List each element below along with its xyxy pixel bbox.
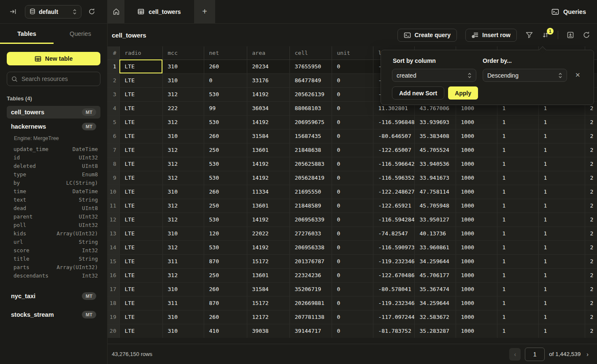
- sidebar-table-nyc_taxi[interactable]: nyc_taxiMT: [7, 290, 100, 302]
- grid-cell[interactable]: 14192: [247, 240, 289, 254]
- grid-cell[interactable]: LTE: [119, 282, 162, 296]
- grid-cell[interactable]: 2: [585, 171, 597, 185]
- grid-cell[interactable]: 312: [162, 268, 204, 282]
- grid-cell[interactable]: 0: [332, 310, 373, 324]
- grid-cell[interactable]: 530: [204, 240, 247, 254]
- grid-cell[interactable]: 0: [332, 213, 373, 226]
- grid-cell[interactable]: 1: [538, 240, 585, 254]
- grid-cell[interactable]: 33176: [247, 73, 289, 87]
- prev-page-button[interactable]: ‹: [509, 348, 521, 361]
- grid-cell[interactable]: LTE: [119, 129, 162, 143]
- grid-cell[interactable]: 1000: [456, 171, 497, 185]
- grid-cell[interactable]: 13601: [247, 143, 289, 157]
- grid-cell[interactable]: 47.758114: [414, 185, 456, 199]
- grid-cell[interactable]: 530: [204, 157, 247, 171]
- grid-cell[interactable]: 530: [204, 87, 247, 101]
- grid-cell[interactable]: 1000: [456, 129, 497, 143]
- grid-cell[interactable]: 312: [162, 199, 204, 213]
- grid-cell[interactable]: -116.596848: [373, 115, 414, 129]
- sidebar-table-hackernews[interactable]: hackernewsMT: [7, 120, 100, 133]
- grid-cell[interactable]: LTE: [119, 59, 162, 73]
- grid-cell[interactable]: 33.939693: [414, 115, 456, 129]
- grid-cell[interactable]: 0: [332, 199, 373, 213]
- grid-cell[interactable]: 2: [585, 115, 597, 129]
- grid-cell[interactable]: 205628419: [289, 171, 332, 185]
- grid-cell[interactable]: 20234: [247, 59, 289, 73]
- grid-cell[interactable]: LTE: [119, 240, 162, 254]
- grid-cell[interactable]: -122.670486: [373, 268, 414, 282]
- grid-cell[interactable]: 0: [332, 282, 373, 296]
- grid-cell[interactable]: 1: [538, 310, 585, 324]
- grid-cell[interactable]: 13601: [247, 199, 289, 213]
- grid-cell[interactable]: 310: [162, 226, 204, 240]
- grid-cell[interactable]: 27276033: [289, 226, 332, 240]
- grid-cell[interactable]: 0: [332, 59, 373, 73]
- grid-cell[interactable]: 1000: [456, 254, 497, 268]
- grid-cell[interactable]: LTE: [119, 310, 162, 324]
- grid-cell[interactable]: 0: [332, 73, 373, 87]
- grid-cell[interactable]: -80.578041: [373, 282, 414, 296]
- grid-cell[interactable]: 260: [204, 185, 247, 199]
- grid-cell[interactable]: LTE: [119, 87, 162, 101]
- grid-cell[interactable]: -81.783752: [373, 324, 414, 338]
- grid-cell[interactable]: 2: [585, 324, 597, 338]
- grid-cell[interactable]: 40.13736: [414, 226, 456, 240]
- grid-cell[interactable]: 260: [204, 310, 247, 324]
- grid-cell[interactable]: 22022: [247, 226, 289, 240]
- remove-sort-icon[interactable]: ✕: [575, 71, 581, 79]
- grid-cell[interactable]: 0: [332, 254, 373, 268]
- grid-cell[interactable]: 1000: [456, 310, 497, 324]
- apply-sort-button[interactable]: Apply: [448, 86, 478, 100]
- next-page-button[interactable]: ›: [585, 351, 590, 358]
- grid-cell[interactable]: 1: [497, 213, 538, 226]
- refresh-connection-icon[interactable]: [88, 8, 95, 15]
- grid-cell[interactable]: LTE: [119, 254, 162, 268]
- grid-cell[interactable]: LTE: [119, 268, 162, 282]
- grid-cell[interactable]: 206956339: [289, 213, 332, 226]
- new-tab-button[interactable]: +: [194, 0, 215, 23]
- grid-cell[interactable]: 250: [204, 143, 247, 157]
- sort-column-select[interactable]: created: [392, 69, 476, 82]
- grid-cell[interactable]: 2: [585, 254, 597, 268]
- grid-cell[interactable]: 22324236: [289, 268, 332, 282]
- grid-cell[interactable]: 0: [332, 101, 373, 115]
- grid-cell[interactable]: 1: [538, 213, 585, 226]
- insert-row-button[interactable]: Insert row: [465, 29, 517, 42]
- grid-cell[interactable]: -116.596642: [373, 157, 414, 171]
- grid-cell[interactable]: 205626139: [289, 87, 332, 101]
- grid-cell[interactable]: 31584: [247, 282, 289, 296]
- grid-cell[interactable]: 0: [332, 226, 373, 240]
- grid-cell[interactable]: 205625883: [289, 157, 332, 171]
- download-icon[interactable]: [567, 31, 574, 39]
- search-box[interactable]: [7, 72, 100, 86]
- grid-cell[interactable]: 201376787: [289, 254, 332, 268]
- database-selector[interactable]: default: [25, 5, 81, 19]
- grid-cell[interactable]: 120: [204, 226, 247, 240]
- grid-cell[interactable]: 2: [585, 282, 597, 296]
- grid-cell[interactable]: 1: [538, 226, 585, 240]
- grid-cell[interactable]: 312: [162, 115, 204, 129]
- grid-cell[interactable]: 1: [497, 129, 538, 143]
- column-header-radio[interactable]: radio: [119, 46, 162, 59]
- grid-cell[interactable]: 1: [497, 324, 538, 338]
- grid-cell[interactable]: 2: [585, 226, 597, 240]
- grid-cell[interactable]: 36034: [247, 101, 289, 115]
- grid-cell[interactable]: 1: [497, 157, 538, 171]
- grid-cell[interactable]: LTE: [119, 101, 162, 115]
- grid-cell[interactable]: 0: [332, 129, 373, 143]
- grid-cell[interactable]: -74.82547: [373, 226, 414, 240]
- grid-cell[interactable]: -122.65007: [373, 143, 414, 157]
- grid-cell[interactable]: 35.367474: [414, 282, 456, 296]
- grid-cell[interactable]: 13601: [247, 268, 289, 282]
- grid-cell[interactable]: 86477849: [289, 73, 332, 87]
- grid-cell[interactable]: 207781138: [289, 310, 332, 324]
- grid-cell[interactable]: 0: [332, 240, 373, 254]
- grid-cell[interactable]: 33.960861: [414, 240, 456, 254]
- grid-cell[interactable]: 1: [538, 157, 585, 171]
- grid-cell[interactable]: 15172: [247, 254, 289, 268]
- grid-cell[interactable]: 33.940536: [414, 157, 456, 171]
- search-input[interactable]: [22, 75, 96, 82]
- grid-cell[interactable]: 250: [204, 268, 247, 282]
- grid-cell[interactable]: 312: [162, 240, 204, 254]
- grid-cell[interactable]: 2: [585, 213, 597, 226]
